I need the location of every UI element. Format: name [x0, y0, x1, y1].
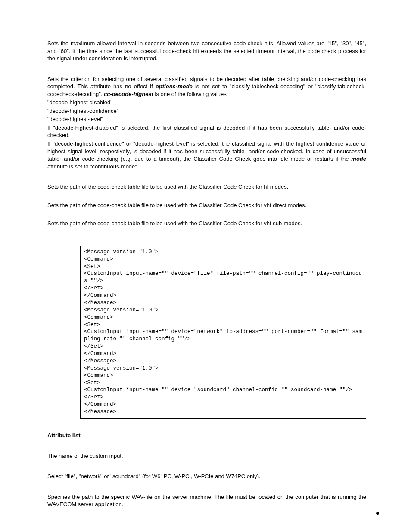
text: attribute is set to "continuous-mode".: [47, 163, 139, 170]
paragraph: The name of the custom input.: [47, 452, 366, 460]
document-page: Sets the maximum allowed interval in sec…: [0, 0, 411, 532]
paragraph: Specifies the path to the specific WAV-f…: [47, 493, 366, 508]
value-option: "decode-highest-disabled": [47, 99, 366, 106]
value-option: "decode-highest-level": [47, 115, 366, 123]
footer-divider: [47, 504, 380, 504]
footer-bullet-icon: [376, 512, 379, 515]
paragraph: If "decode-highest-disabled" is selected…: [47, 124, 366, 139]
text: If "decode-highest-confidence" or "decod…: [47, 140, 366, 162]
paragraph: Sets the maximum allowed interval in sec…: [47, 40, 366, 62]
code-block: <Message version="1.0"> <Command> <Set> …: [80, 246, 366, 419]
text-emphasis: options-mode: [156, 83, 193, 90]
paragraph: Sets the path of the code-check table fi…: [47, 183, 366, 191]
text-emphasis: cc-decode-highest: [104, 91, 153, 97]
paragraph: Sets the criterion for selecting one of …: [47, 75, 366, 98]
heading-attribute-list: Attribute list: [47, 432, 366, 439]
value-option: "decode-highest-confidence": [47, 107, 366, 115]
paragraph: Select "file", "network" or "soundcard" …: [47, 473, 366, 480]
text-emphasis: mode: [351, 156, 366, 162]
paragraph: Sets the path of the code-check table fi…: [47, 220, 366, 227]
text: is one of the following values:: [153, 91, 228, 97]
paragraph: If "decode-highest-confidence" or "decod…: [47, 140, 366, 170]
paragraph: Sets the path of the code-check table fi…: [47, 202, 366, 209]
